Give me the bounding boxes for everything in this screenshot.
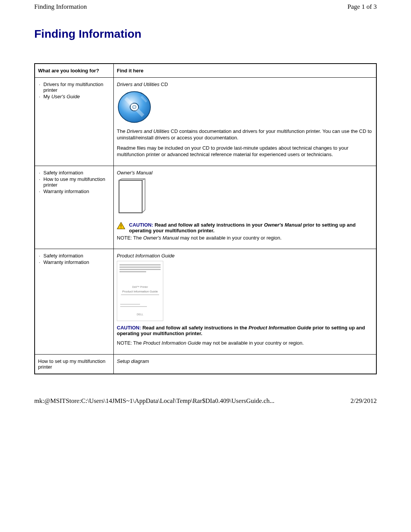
paragraph: Readme files may be included on your CD … [117, 145, 373, 158]
looking-for-cell: How to set up my multifunction printer [35, 355, 114, 374]
information-table: What are you looking for? Find it here D… [34, 63, 377, 374]
list-item: How to use my multifunction printer [38, 176, 110, 188]
find-here-cell: Setup diagram [114, 355, 377, 374]
note-text: NOTE: The Owner's Manual may not be avai… [117, 235, 373, 241]
caution-icon [117, 222, 125, 230]
svg-rect-9 [119, 264, 161, 265]
product-info-guide-icon: Dell™ Printer Product Information Guide … [117, 261, 163, 321]
svg-rect-17 [120, 306, 147, 307]
paragraph: The Drivers and Utilities CD contains do… [117, 128, 373, 141]
svg-text:DELL: DELL [137, 313, 143, 316]
find-here-cell: Drivers and Utilities CD [114, 78, 377, 166]
table-row: Drivers for my multifunction printer My … [35, 78, 376, 166]
note-text: NOTE: The Product Information Guide may … [117, 340, 373, 347]
footer-right: 2/29/2012 [350, 397, 377, 405]
caution-text: CAUTION: Read and follow all safety inst… [129, 222, 373, 233]
column-header-right: Find it here [114, 64, 377, 78]
print-header: Finding Information Page 1 of 3 [0, 0, 411, 12]
list-item: Safety information [38, 170, 110, 176]
resource-title: Setup diagram [117, 358, 373, 364]
svg-rect-10 [119, 267, 161, 268]
list-item: Drivers for my multifunction printer [38, 81, 110, 93]
looking-for-cell: Drivers for my multifunction printer My … [35, 78, 114, 166]
svg-rect-12 [119, 271, 146, 272]
svg-text:Dell™ Printer: Dell™ Printer [132, 286, 148, 288]
list-item: Safety information [38, 253, 110, 259]
manual-icon [117, 178, 146, 216]
column-header-left: What are you looking for? [35, 64, 114, 78]
resource-title: Owner's Manual [117, 170, 373, 176]
header-left: Finding Information [34, 3, 87, 11]
page-title: Finding Information [34, 27, 377, 40]
find-here-cell: Product Information Guide Dell™ Printer … [114, 249, 377, 355]
table-row: How to set up my multifunction printer S… [35, 355, 376, 374]
svg-rect-11 [119, 269, 161, 270]
caution-block: CAUTION: Read and follow all safety inst… [117, 325, 373, 336]
list-item: Warranty information [38, 189, 110, 194]
print-footer: mk:@MSITStore:C:\Users\14JMIS~1\AppData\… [0, 382, 411, 408]
svg-rect-3 [119, 180, 142, 213]
list-item: My User's Guide [38, 94, 110, 99]
resource-title: Drivers and Utilities CD [117, 81, 373, 87]
caution-label: CAUTION: [129, 222, 153, 228]
looking-for-cell: Safety information How to use my multifu… [35, 166, 114, 249]
table-row: Safety information Warranty information … [35, 249, 376, 355]
find-here-cell: Owner's Manual CAUTION: Read a [114, 166, 377, 249]
svg-rect-6 [121, 224, 121, 227]
header-right: Page 1 of 3 [347, 3, 377, 11]
svg-rect-7 [121, 227, 121, 228]
resource-title: Product Information Guide [117, 253, 373, 259]
list-item: Warranty information [38, 259, 110, 265]
svg-rect-16 [120, 304, 140, 305]
footer-left: mk:@MSITStore:C:\Users\14JMIS~1\AppData\… [34, 397, 274, 405]
table-row: Safety information How to use my multifu… [35, 166, 376, 249]
cd-icon [117, 89, 152, 125]
looking-for-cell: Safety information Warranty information [35, 249, 114, 355]
svg-text:Product Information Guide: Product Information Guide [122, 290, 158, 293]
caution-label: CAUTION: [117, 325, 141, 331]
main-content: Finding Information What are you looking… [0, 12, 411, 382]
caution-block: CAUTION: Read and follow all safety inst… [117, 222, 373, 233]
